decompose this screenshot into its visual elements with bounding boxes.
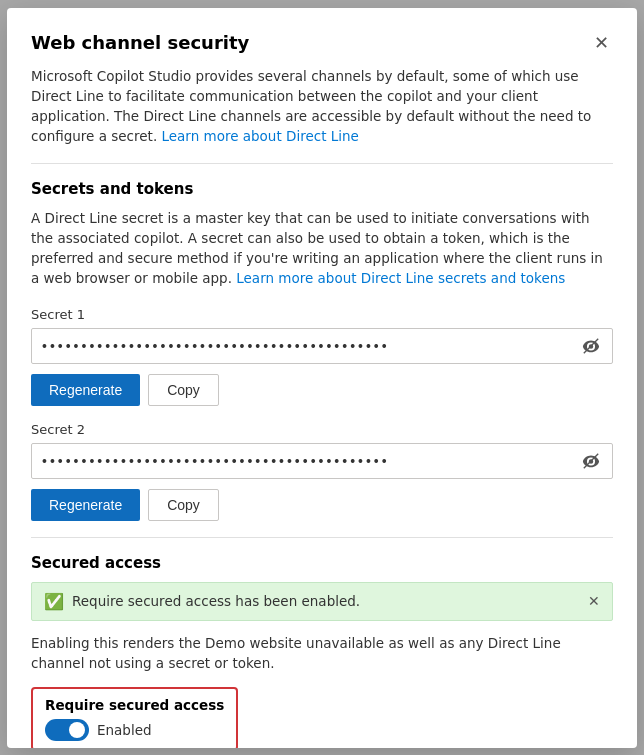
toggle-slider [45,719,89,741]
close-button[interactable]: ✕ [590,32,613,54]
toggle-row: Enabled [45,719,224,741]
divider-2 [31,537,613,538]
toggle-section: Require secured access Enabled [31,687,238,748]
modal-overlay: Web channel security ✕ Microsoft Copilot… [0,0,644,755]
secret2-regenerate-button[interactable]: Regenerate [31,489,140,521]
secret1-copy-button[interactable]: Copy [148,374,219,406]
learn-more-tokens-link[interactable]: Learn more about Direct Line secrets and… [236,270,565,286]
toggle-label: Require secured access [45,697,224,713]
modal-title: Web channel security [31,32,249,53]
secret2-input-row [31,443,613,479]
secret1-regenerate-button[interactable]: Regenerate [31,374,140,406]
learn-more-direct-line-link[interactable]: Learn more about Direct Line [161,128,358,144]
secret1-input[interactable] [42,338,580,354]
success-banner: ✅ Require secured access has been enable… [31,582,613,621]
secret2-actions: Regenerate Copy [31,489,613,521]
success-banner-text: Require secured access has been enabled. [72,593,580,609]
secret1-group: Secret 1 Regenerate Copy [31,307,613,406]
secret2-input[interactable] [42,453,580,469]
secret1-label: Secret 1 [31,307,613,322]
secrets-description: A Direct Line secret is a master key tha… [31,208,613,289]
toggle-switch[interactable] [45,719,89,741]
modal-header: Web channel security ✕ [31,32,613,54]
secured-access-section: Secured access ✅ Require secured access … [31,554,613,748]
secured-access-title: Secured access [31,554,613,572]
secret1-eye-button[interactable] [580,337,602,355]
secret2-group: Secret 2 Regenerate Copy [31,422,613,521]
toggle-state-label: Enabled [97,722,152,738]
secret2-copy-button[interactable]: Copy [148,489,219,521]
secret1-actions: Regenerate Copy [31,374,613,406]
modal-container: Web channel security ✕ Microsoft Copilot… [7,8,637,748]
banner-close-button[interactable]: ✕ [588,593,600,609]
success-icon: ✅ [44,592,64,611]
secured-access-warning: Enabling this renders the Demo website u… [31,633,613,674]
divider-1 [31,163,613,164]
secrets-title: Secrets and tokens [31,180,613,198]
secret2-eye-button[interactable] [580,452,602,470]
secret2-label: Secret 2 [31,422,613,437]
secret1-input-row [31,328,613,364]
secrets-section: Secrets and tokens A Direct Line secret … [31,180,613,521]
modal-description: Microsoft Copilot Studio provides severa… [31,66,613,147]
